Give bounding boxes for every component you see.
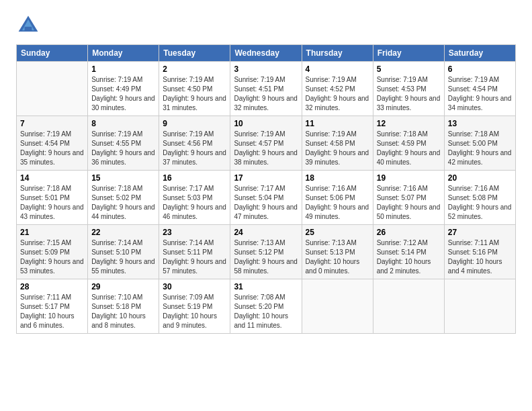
day-info: Sunrise: 7:19 AMSunset: 4:58 PMDaylight:… xyxy=(306,130,369,166)
calendar-cell: 5Sunrise: 7:19 AMSunset: 4:53 PMDaylight… xyxy=(373,62,444,116)
col-monday: Monday xyxy=(88,45,159,62)
calendar-cell: 16Sunrise: 7:17 AMSunset: 5:03 PMDayligh… xyxy=(159,171,230,225)
day-info: Sunrise: 7:19 AMSunset: 4:53 PMDaylight:… xyxy=(377,76,441,111)
svg-rect-2 xyxy=(25,27,32,32)
calendar-cell: 17Sunrise: 7:17 AMSunset: 5:04 PMDayligh… xyxy=(230,171,302,225)
day-info: Sunrise: 7:18 AMSunset: 4:59 PMDaylight:… xyxy=(377,130,441,166)
day-info: Sunrise: 7:18 AMSunset: 5:02 PMDaylight:… xyxy=(91,185,155,220)
day-number: 13 xyxy=(448,119,512,128)
day-number: 12 xyxy=(377,119,441,128)
calendar-table: Sunday Monday Tuesday Wednesday Thursday… xyxy=(16,44,516,334)
col-saturday: Saturday xyxy=(444,45,515,62)
col-sunday: Sunday xyxy=(17,45,88,62)
col-tuesday: Tuesday xyxy=(159,45,230,62)
day-number: 14 xyxy=(20,173,84,183)
day-info: Sunrise: 7:19 AMSunset: 4:54 PMDaylight:… xyxy=(20,130,84,166)
calendar-cell xyxy=(302,279,373,334)
day-number: 30 xyxy=(163,282,226,291)
day-info: Sunrise: 7:19 AMSunset: 4:54 PMDaylight:… xyxy=(448,76,512,111)
calendar-cell: 12Sunrise: 7:18 AMSunset: 4:59 PMDayligh… xyxy=(373,116,444,171)
day-number: 31 xyxy=(234,282,298,291)
page-header xyxy=(16,13,516,38)
day-number: 24 xyxy=(234,228,298,237)
day-number: 2 xyxy=(163,64,226,74)
day-info: Sunrise: 7:17 AMSunset: 5:04 PMDaylight:… xyxy=(234,185,298,220)
day-number: 11 xyxy=(306,119,369,128)
day-number: 6 xyxy=(448,64,512,74)
day-number: 4 xyxy=(306,64,369,74)
calendar-cell xyxy=(17,62,88,116)
calendar-cell: 21Sunrise: 7:15 AMSunset: 5:09 PMDayligh… xyxy=(17,225,88,279)
col-wednesday: Wednesday xyxy=(230,45,302,62)
calendar-week-row: 1Sunrise: 7:19 AMSunset: 4:49 PMDaylight… xyxy=(17,62,516,116)
day-info: Sunrise: 7:19 AMSunset: 4:50 PMDaylight:… xyxy=(163,76,226,111)
day-number: 9 xyxy=(163,119,226,128)
day-number: 8 xyxy=(91,119,155,128)
calendar-week-row: 7Sunrise: 7:19 AMSunset: 4:54 PMDaylight… xyxy=(17,116,516,171)
day-number: 16 xyxy=(163,173,226,183)
calendar-cell: 20Sunrise: 7:16 AMSunset: 5:08 PMDayligh… xyxy=(444,171,515,225)
day-info: Sunrise: 7:19 AMSunset: 4:49 PMDaylight:… xyxy=(91,76,155,111)
calendar-cell: 25Sunrise: 7:13 AMSunset: 5:13 PMDayligh… xyxy=(302,225,373,279)
calendar-cell: 6Sunrise: 7:19 AMSunset: 4:54 PMDaylight… xyxy=(444,62,515,116)
day-info: Sunrise: 7:10 AMSunset: 5:18 PMDaylight:… xyxy=(91,293,146,329)
calendar-week-row: 21Sunrise: 7:15 AMSunset: 5:09 PMDayligh… xyxy=(17,225,516,279)
calendar-cell: 13Sunrise: 7:18 AMSunset: 5:00 PMDayligh… xyxy=(444,116,515,171)
day-number: 29 xyxy=(91,282,155,291)
calendar-cell: 11Sunrise: 7:19 AMSunset: 4:58 PMDayligh… xyxy=(302,116,373,171)
day-info: Sunrise: 7:16 AMSunset: 5:08 PMDaylight:… xyxy=(448,185,512,220)
calendar-cell: 19Sunrise: 7:16 AMSunset: 5:07 PMDayligh… xyxy=(373,171,444,225)
calendar-cell: 28Sunrise: 7:11 AMSunset: 5:17 PMDayligh… xyxy=(17,279,88,334)
calendar-cell: 18Sunrise: 7:16 AMSunset: 5:06 PMDayligh… xyxy=(302,171,373,225)
calendar-cell: 23Sunrise: 7:14 AMSunset: 5:11 PMDayligh… xyxy=(159,225,230,279)
day-number: 19 xyxy=(377,173,441,183)
day-number: 22 xyxy=(91,228,155,237)
day-info: Sunrise: 7:19 AMSunset: 4:57 PMDaylight:… xyxy=(234,130,298,166)
calendar-cell: 27Sunrise: 7:11 AMSunset: 5:16 PMDayligh… xyxy=(444,225,515,279)
day-info: Sunrise: 7:18 AMSunset: 5:00 PMDaylight:… xyxy=(448,130,512,166)
calendar-cell: 10Sunrise: 7:19 AMSunset: 4:57 PMDayligh… xyxy=(230,116,302,171)
day-number: 1 xyxy=(91,64,155,74)
calendar-cell xyxy=(373,279,444,334)
calendar-cell: 22Sunrise: 7:14 AMSunset: 5:10 PMDayligh… xyxy=(88,225,159,279)
day-info: Sunrise: 7:13 AMSunset: 5:12 PMDaylight:… xyxy=(234,239,298,275)
day-info: Sunrise: 7:17 AMSunset: 5:03 PMDaylight:… xyxy=(163,185,226,220)
day-number: 21 xyxy=(20,228,84,237)
day-number: 28 xyxy=(20,282,84,291)
day-info: Sunrise: 7:19 AMSunset: 4:51 PMDaylight:… xyxy=(234,76,298,111)
day-number: 17 xyxy=(234,173,298,183)
day-number: 25 xyxy=(306,228,369,237)
calendar-cell: 24Sunrise: 7:13 AMSunset: 5:12 PMDayligh… xyxy=(230,225,302,279)
calendar-cell: 7Sunrise: 7:19 AMSunset: 4:54 PMDaylight… xyxy=(17,116,88,171)
calendar-cell: 15Sunrise: 7:18 AMSunset: 5:02 PMDayligh… xyxy=(88,171,159,225)
day-number: 18 xyxy=(306,173,369,183)
calendar-header-row: Sunday Monday Tuesday Wednesday Thursday… xyxy=(17,45,516,62)
day-number: 10 xyxy=(234,119,298,128)
calendar-cell: 3Sunrise: 7:19 AMSunset: 4:51 PMDaylight… xyxy=(230,62,302,116)
day-number: 3 xyxy=(234,64,298,74)
calendar-cell: 14Sunrise: 7:18 AMSunset: 5:01 PMDayligh… xyxy=(17,171,88,225)
col-thursday: Thursday xyxy=(302,45,373,62)
day-info: Sunrise: 7:13 AMSunset: 5:13 PMDaylight:… xyxy=(306,239,360,275)
calendar-cell: 31Sunrise: 7:08 AMSunset: 5:20 PMDayligh… xyxy=(230,279,302,334)
day-number: 26 xyxy=(377,228,441,237)
day-info: Sunrise: 7:11 AMSunset: 5:17 PMDaylight:… xyxy=(20,293,75,329)
day-info: Sunrise: 7:19 AMSunset: 4:56 PMDaylight:… xyxy=(163,130,226,166)
logo-icon xyxy=(16,13,40,38)
day-info: Sunrise: 7:14 AMSunset: 5:11 PMDaylight:… xyxy=(163,239,226,275)
day-info: Sunrise: 7:15 AMSunset: 5:09 PMDaylight:… xyxy=(20,239,84,275)
day-info: Sunrise: 7:11 AMSunset: 5:16 PMDaylight:… xyxy=(448,239,502,275)
day-number: 5 xyxy=(377,64,441,74)
calendar-cell: 29Sunrise: 7:10 AMSunset: 5:18 PMDayligh… xyxy=(88,279,159,334)
calendar-cell: 9Sunrise: 7:19 AMSunset: 4:56 PMDaylight… xyxy=(159,116,230,171)
calendar-cell: 4Sunrise: 7:19 AMSunset: 4:52 PMDaylight… xyxy=(302,62,373,116)
day-info: Sunrise: 7:19 AMSunset: 4:55 PMDaylight:… xyxy=(91,130,155,166)
day-info: Sunrise: 7:09 AMSunset: 5:19 PMDaylight:… xyxy=(163,293,217,329)
logo xyxy=(16,13,43,38)
day-number: 15 xyxy=(91,173,155,183)
day-info: Sunrise: 7:12 AMSunset: 5:14 PMDaylight:… xyxy=(377,239,431,275)
day-number: 23 xyxy=(163,228,226,237)
day-number: 20 xyxy=(448,173,512,183)
calendar-week-row: 14Sunrise: 7:18 AMSunset: 5:01 PMDayligh… xyxy=(17,171,516,225)
day-number: 27 xyxy=(448,228,512,237)
